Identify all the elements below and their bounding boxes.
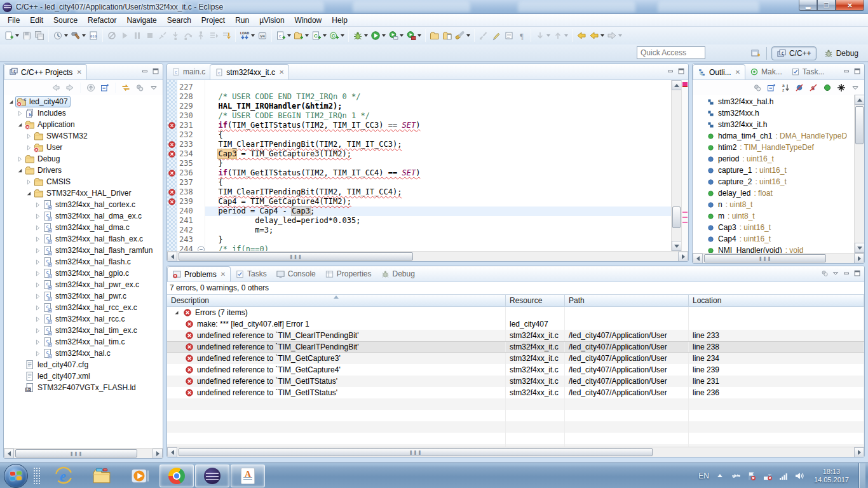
close-tab-icon[interactable]: ✕: [76, 69, 81, 76]
problem-row[interactable]: undefined reference to `TIM_ClearITPendi…: [167, 330, 864, 341]
taskbar-grip[interactable]: [33, 467, 41, 485]
code-line[interactable]: period = Cap4 - Cap3;: [205, 207, 671, 216]
focus-button[interactable]: [751, 80, 764, 95]
view-tab-tasks[interactable]: Tasks: [231, 266, 271, 281]
menu-navigate[interactable]: Navigate: [121, 15, 161, 26]
code-line[interactable]: }: [205, 235, 671, 245]
action-center-icon[interactable]: [747, 471, 757, 481]
tree-item[interactable]: cstm32f4xx_hal_rcc_ex.c: [4, 302, 163, 313]
taskbar-eclipse[interactable]: [195, 464, 229, 487]
overview-ruler[interactable]: [681, 80, 688, 251]
tree-item[interactable]: cstm32f4xx_hal_tim_ex.c: [4, 325, 163, 336]
expand-arrow-icon[interactable]: [24, 144, 33, 151]
minimize-view-button[interactable]: [842, 67, 851, 78]
debug-button[interactable]: [351, 28, 369, 43]
expand-arrow-icon[interactable]: [24, 133, 33, 140]
dropdown-arrow-icon[interactable]: [341, 34, 344, 37]
problems-hscrollbar[interactable]: ❚❚❚: [167, 447, 864, 457]
expand-arrow-icon[interactable]: [33, 327, 42, 334]
binary-button[interactable]: 010: [87, 28, 100, 43]
build-button[interactable]: [69, 28, 87, 43]
code-line[interactable]: /* if(n==0): [205, 245, 671, 251]
tree-item[interactable]: cstm32f4xx_hal_flash.c: [4, 256, 163, 268]
search-button[interactable]: [454, 28, 471, 43]
outline-item[interactable]: capture_2: uint16_t: [693, 176, 854, 187]
perspective-cc[interactable]: CC/C++: [771, 46, 817, 60]
hide-nonpublic-button[interactable]: [821, 80, 834, 95]
close-button[interactable]: ✕: [836, 0, 864, 11]
outline-item[interactable]: capture_1: uint16_t: [693, 165, 854, 176]
open-type-button[interactable]: [428, 28, 441, 43]
code-line[interactable]: }: [205, 159, 671, 168]
expand-arrow-icon[interactable]: [33, 350, 42, 357]
tree-item[interactable]: SW4STM32: [4, 130, 163, 142]
outline-item[interactable]: Cap3: uint16_t: [693, 222, 854, 233]
outline-item[interactable]: delay_led: float: [693, 187, 854, 199]
overview-error-indicator[interactable]: [682, 82, 688, 87]
project-tree-hscrollbar[interactable]: ❚❚❚: [4, 448, 163, 458]
expand-arrow-icon[interactable]: [33, 339, 42, 346]
tree-item[interactable]: cstm32f4xx_hal_cortex.c: [4, 199, 163, 210]
show-desktop-button[interactable]: [858, 463, 865, 488]
view-menu-button[interactable]: [831, 269, 840, 280]
tree-item[interactable]: STM32F4xx_HAL_Driver: [4, 187, 163, 199]
run-button[interactable]: [369, 28, 387, 43]
fold-collapse-icon[interactable]: −: [198, 246, 205, 251]
window-titlebar[interactable]: C/C++ - led_city407/Application/User/stm…: [0, 0, 868, 14]
maximize-editor-button[interactable]: [677, 67, 686, 78]
outline-item[interactable]: NMI_Handler(void): void: [693, 245, 854, 253]
uvision-button[interactable]: V4: [256, 28, 269, 43]
collapse-arrow-icon[interactable]: [24, 190, 33, 197]
code-editor[interactable]: __ _ /* USER CODE END TIM2_IRQn 0 */ HAL…: [205, 80, 671, 251]
close-tab-icon[interactable]: ✕: [279, 69, 284, 76]
sort-az-button[interactable]: az: [779, 80, 792, 95]
menu-search[interactable]: Search: [162, 15, 196, 26]
dropdown-arrow-icon[interactable]: [323, 34, 327, 37]
code-line[interactable]: HAL_TIM_IRQHandler(&htim2);: [205, 102, 671, 111]
taskbar-internet-explorer[interactable]: e: [51, 463, 76, 488]
problem-row[interactable]: undefined reference to `TIM_GetCapture4'…: [167, 364, 864, 376]
external-tools-button[interactable]: [387, 28, 405, 43]
expand-arrow-icon[interactable]: [33, 293, 42, 300]
menu-vision[interactable]: µVision: [254, 15, 289, 26]
outline-vscrollbar[interactable]: [854, 95, 864, 253]
taskbar-chrome[interactable]: [159, 464, 194, 487]
tree-item[interactable]: cstm32f4xx_hal_gpio.c: [4, 268, 163, 279]
tree-item[interactable]: LDSTM32F407VGTx_FLASH.ld: [4, 382, 163, 393]
mark-occurrences-button[interactable]: [490, 28, 503, 43]
menu-source[interactable]: Source: [48, 15, 83, 26]
quick-access-input[interactable]: [637, 46, 705, 59]
minimize-editor-button[interactable]: [666, 67, 675, 78]
tree-item[interactable]: led_city407.cfg: [4, 359, 163, 370]
view-tab-debug[interactable]: Debug: [376, 266, 419, 281]
tab-cpp-projects[interactable]: C C/C++ Projects ✕: [4, 64, 87, 79]
tree-item[interactable]: hIncludes: [4, 107, 163, 119]
code-line[interactable]: if(TIM_GetITStatus(TIM2, TIM_IT_CC3) == …: [205, 121, 671, 130]
hide-fields-button[interactable]: [793, 80, 806, 95]
show-hidden-icon[interactable]: [715, 471, 725, 481]
menu-edit[interactable]: Edit: [25, 15, 48, 26]
code-line[interactable]: m=3;: [205, 226, 671, 235]
tree-item[interactable]: Debug: [4, 153, 163, 165]
code-line[interactable]: delay_led=period*0.035;: [205, 216, 671, 226]
coverage-button[interactable]: [405, 28, 423, 43]
column-header-resource[interactable]: Resource: [506, 295, 565, 306]
menu-refactor[interactable]: Refactor: [83, 15, 121, 26]
nav-back-button[interactable]: [50, 80, 62, 95]
minimize-button[interactable]: ▂: [799, 0, 817, 11]
outline-item[interactable]: Cap4: uint16_t: [693, 233, 854, 245]
expand-arrow-icon[interactable]: [33, 201, 42, 208]
collapse-arrow-icon[interactable]: [15, 121, 24, 128]
dropdown-arrow-icon[interactable]: [466, 34, 470, 37]
expand-arrow-icon[interactable]: [33, 281, 42, 288]
expand-arrow-icon[interactable]: [33, 236, 42, 243]
restore-button[interactable]: ❐: [817, 0, 836, 11]
view-tab-problems[interactable]: Problems✕: [167, 266, 231, 281]
new-folder-button[interactable]: [292, 28, 310, 43]
collapse-all-button[interactable]: [98, 80, 111, 95]
code-line[interactable]: TIM_ClearITPendingBit(TIM2, TIM_IT_CC4);: [205, 187, 671, 197]
focus-button[interactable]: [133, 80, 146, 95]
collapse-arrow-icon[interactable]: [15, 167, 24, 174]
back-button[interactable]: [588, 28, 606, 43]
new-cpp-project-button[interactable]: C: [328, 28, 346, 43]
